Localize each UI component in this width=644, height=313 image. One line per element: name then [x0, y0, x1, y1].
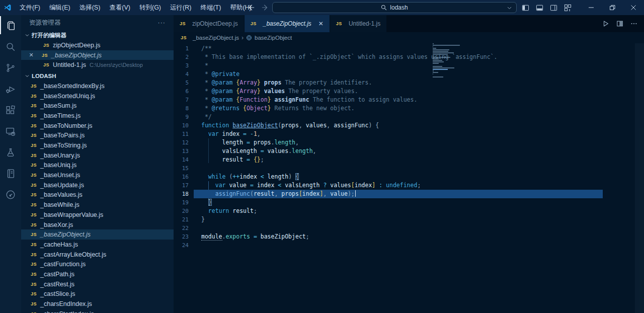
- open-editor-item[interactable]: ✕JS_baseZipObject.js: [21, 50, 174, 60]
- file-item[interactable]: JS_baseUnary.js: [21, 150, 174, 161]
- code-text: }: [194, 215, 603, 224]
- menu-item[interactable]: 文件(F): [15, 0, 45, 15]
- more-actions-icon[interactable]: [628, 18, 640, 30]
- code-line[interactable]: 21}: [174, 215, 603, 224]
- code-editor[interactable]: 1/**2 * This base implementation of `_.z…: [174, 43, 644, 313]
- menu-item[interactable]: 终端(T): [196, 0, 225, 15]
- open-editors-header[interactable]: 打开的编辑器: [21, 30, 174, 40]
- code-line[interactable]: 9 */: [174, 113, 603, 121]
- file-item[interactable]: JS_baseSortedUniq.js: [21, 91, 174, 101]
- extensions-icon[interactable]: [0, 104, 21, 116]
- js-file-icon: JS: [31, 272, 37, 277]
- tab-zipObjectDeep.js[interactable]: JSzipObjectDeep.js: [174, 15, 245, 32]
- menu-item[interactable]: 转到(G): [135, 0, 166, 15]
- js-file-icon: JS: [180, 21, 186, 26]
- menu-item[interactable]: 查看(V): [105, 0, 135, 15]
- open-editor-item[interactable]: JSUntitled-1.jsC:\Users\zyc\Desktop: [21, 60, 174, 70]
- file-name: _baseToString.js: [40, 142, 87, 149]
- code-line[interactable]: 17 var value = index < valsLength ? valu…: [174, 181, 603, 190]
- file-item[interactable]: JS_baseUnset.js: [21, 170, 174, 180]
- minimize-button[interactable]: [581, 0, 602, 15]
- file-item[interactable]: JS_cacheHas.js: [21, 240, 174, 250]
- run-file-icon[interactable]: [600, 18, 612, 30]
- file-item[interactable]: JS_baseToString.js: [21, 140, 174, 150]
- file-item[interactable]: JS_baseValues.js: [21, 190, 174, 200]
- notebook-icon[interactable]: [0, 167, 21, 180]
- code-line[interactable]: 18 assignFunc(result, props[index], valu…: [174, 190, 603, 198]
- code-line[interactable]: 13 valsLength = values.length,: [174, 147, 603, 155]
- more-actions-icon[interactable]: ···: [158, 19, 166, 26]
- code-line[interactable]: 11 var index = -1,: [174, 130, 603, 138]
- file-item[interactable]: JS_castPath.js: [21, 269, 174, 279]
- code-line[interactable]: 10function baseZipObject(props, values, …: [174, 121, 603, 130]
- code-line[interactable]: 1/**: [174, 44, 603, 53]
- source-control-icon[interactable]: [0, 61, 21, 74]
- files-icon[interactable]: [0, 19, 21, 32]
- file-item[interactable]: JS_charsEndIndex.js: [21, 299, 174, 309]
- toggle-sidebar-icon[interactable]: [519, 2, 531, 14]
- code-line[interactable]: 8 * @returns {Object} Returns the new ob…: [174, 104, 603, 113]
- code-line[interactable]: 3 *: [174, 61, 603, 70]
- file-item[interactable]: JS_baseToNumber.js: [21, 121, 174, 131]
- file-item[interactable]: JS_baseXor.js: [21, 220, 174, 230]
- menu-item[interactable]: 运行(R): [166, 0, 196, 15]
- file-item[interactable]: JS_baseSortedIndexBy.js: [21, 81, 174, 91]
- remote-explorer-icon[interactable]: [0, 125, 21, 137]
- close-icon[interactable]: ✕: [318, 20, 324, 27]
- toggle-panel-icon[interactable]: [533, 2, 545, 14]
- run-debug-icon[interactable]: [0, 83, 21, 95]
- breadcrumb-file[interactable]: _baseZipObject.js: [193, 35, 239, 41]
- code-line[interactable]: 15: [174, 164, 603, 173]
- open-editor-item[interactable]: JSzipObjectDeep.js: [21, 40, 174, 50]
- scrollbar[interactable]: [635, 43, 644, 313]
- nav-forward-icon[interactable]: [262, 4, 269, 11]
- file-item[interactable]: JS_baseZipObject.js: [21, 229, 174, 240]
- menu-item[interactable]: 编辑(E): [45, 0, 75, 15]
- file-item[interactable]: JS_baseSum.js: [21, 101, 174, 111]
- file-item[interactable]: JS_baseToPairs.js: [21, 131, 174, 141]
- chevron-down-icon[interactable]: [507, 5, 512, 11]
- code-line[interactable]: 19 }: [174, 198, 603, 207]
- toggle-secondary-sidebar-icon[interactable]: [547, 2, 559, 14]
- code-line[interactable]: 23module.exports = baseZipObject;: [174, 232, 603, 241]
- tab-_baseZipObject.js[interactable]: JS_baseZipObject.js✕: [245, 15, 330, 32]
- search-icon[interactable]: [0, 40, 21, 53]
- customize-layout-icon[interactable]: [561, 2, 574, 14]
- breadcrumb-symbol[interactable]: baseZipObject: [255, 35, 292, 41]
- code-line[interactable]: 6 * @param {Array} values The property v…: [174, 87, 603, 96]
- close-icon[interactable]: ✕: [27, 52, 35, 58]
- file-item[interactable]: JS_baseUpdate.js: [21, 180, 174, 190]
- code-line[interactable]: 2 * This base implementation of `_.zipOb…: [174, 53, 603, 61]
- file-item[interactable]: JS_castArrayLikeObject.js: [21, 250, 174, 260]
- code-line[interactable]: 12 length = props.length,: [174, 138, 603, 147]
- tab-Untitled-1.js[interactable]: JSUntitled-1.js: [330, 15, 387, 32]
- testing-icon[interactable]: [0, 146, 21, 159]
- runner-icon[interactable]: [0, 188, 21, 201]
- code-line[interactable]: 4 * @private: [174, 70, 603, 79]
- code-line[interactable]: 16 while (++index < length) {: [174, 173, 603, 181]
- file-item[interactable]: JS_baseUniq.js: [21, 161, 174, 171]
- explorer-sidebar: 资源管理器 ··· 打开的编辑器 JSzipObjectDeep.js✕JS_b…: [21, 15, 174, 313]
- menu-item[interactable]: 选择(S): [75, 0, 105, 15]
- minimap[interactable]: [433, 43, 461, 313]
- code-line[interactable]: 7 * @param {Function} assignFunc The fun…: [174, 96, 603, 104]
- js-file-icon: JS: [31, 212, 37, 217]
- code-line[interactable]: 14 result = {};: [174, 155, 603, 164]
- file-item[interactable]: JS_castFunction.js: [21, 259, 174, 269]
- code-line[interactable]: 20 return result;: [174, 207, 603, 215]
- code-line[interactable]: 5 * @param {Array} props The property id…: [174, 79, 603, 87]
- file-item[interactable]: JS_castSlice.js: [21, 289, 174, 299]
- code-line[interactable]: 24: [174, 241, 603, 250]
- file-item[interactable]: JS_baseWhile.js: [21, 200, 174, 210]
- file-item[interactable]: JS_baseTimes.js: [21, 111, 174, 121]
- file-item[interactable]: JS_charsStartIndex.js: [21, 309, 174, 313]
- close-window-button[interactable]: [623, 0, 644, 15]
- file-item[interactable]: JS_baseWrapperValue.js: [21, 210, 174, 220]
- code-line[interactable]: 22: [174, 224, 603, 232]
- command-center-search[interactable]: lodash: [272, 2, 517, 13]
- nav-back-icon[interactable]: [248, 4, 255, 11]
- folder-header[interactable]: LODASH: [21, 71, 174, 81]
- split-editor-icon[interactable]: [614, 18, 626, 30]
- restore-button[interactable]: [602, 0, 623, 15]
- file-item[interactable]: JS_castRest.js: [21, 279, 174, 289]
